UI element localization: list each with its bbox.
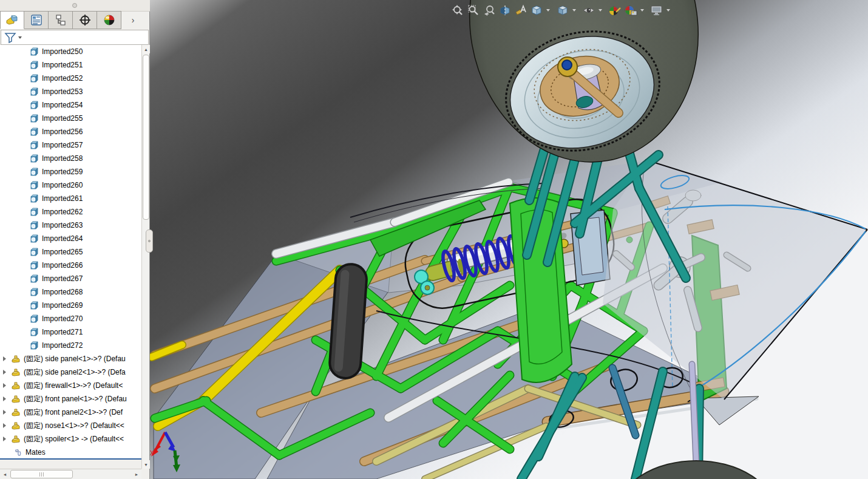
tree-row[interactable]: Imported269	[0, 299, 141, 312]
tree-row[interactable]: Imported251	[0, 58, 141, 72]
tree-vertical-scrollbar[interactable]: ▲ ▼	[141, 45, 149, 469]
expand-arrow-icon[interactable]	[3, 396, 6, 401]
scroll-left-button[interactable]: ◄	[1, 471, 9, 478]
expand-arrow-icon[interactable]	[3, 383, 6, 388]
tree-item-label: Imported254	[42, 101, 83, 109]
tree-row[interactable]: Imported263	[0, 219, 141, 232]
solidworks-window: X	[0, 0, 868, 479]
view-settings-icon[interactable]	[649, 2, 665, 18]
tree-row[interactable]: Imported260	[0, 178, 141, 192]
tree-row[interactable]: Imported252	[0, 72, 141, 85]
tree-row[interactable]: Imported268	[0, 285, 141, 299]
apply-scene-dropdown[interactable]	[639, 2, 644, 18]
tree-row[interactable]: (固定) front panel2<1>->? (Def	[0, 406, 141, 419]
tree-row[interactable]: Imported264	[0, 232, 141, 245]
tree-row[interactable]: Imported261	[0, 192, 141, 205]
tree-row[interactable]: Imported272	[0, 339, 141, 352]
tree-item-label: (固定) firewall<1>->? (Default<	[24, 381, 123, 391]
expand-arrow-icon[interactable]	[3, 410, 6, 415]
tree-horizontal-scrollbar[interactable]: ◄ ►	[0, 469, 141, 479]
part-icon	[11, 368, 21, 377]
tree-row[interactable]: Imported267	[0, 272, 141, 285]
view-orientation-icon[interactable]	[529, 2, 544, 18]
hide-show-items-dropdown[interactable]	[597, 2, 602, 18]
part-icon	[11, 355, 21, 364]
featuremanager-tab-bar: ›	[0, 11, 150, 30]
previous-view-icon[interactable]	[481, 2, 497, 18]
zoom-to-fit-icon[interactable]	[450, 2, 466, 18]
hide-show-items-icon[interactable]	[581, 2, 597, 18]
tree-row[interactable]: Imported255	[0, 112, 141, 125]
tree-row[interactable]: Imported271	[0, 325, 141, 339]
tree-row[interactable]: Imported254	[0, 98, 141, 112]
tree-row[interactable]: Imported270	[0, 312, 141, 325]
vertical-scroll-thumb[interactable]	[143, 55, 149, 220]
imported-body-icon	[29, 301, 39, 310]
view-orientation-dropdown[interactable]	[544, 2, 550, 18]
tree-row[interactable]: Imported266	[0, 259, 141, 272]
tree-item-label: Imported268	[42, 288, 83, 296]
scroll-down-button[interactable]: ▼	[142, 460, 150, 469]
imported-body-icon	[29, 181, 39, 190]
tree-row[interactable]: Imported258	[0, 152, 141, 165]
panel-top-strip	[0, 0, 150, 12]
section-view-icon[interactable]	[497, 2, 513, 18]
tree-row[interactable]: (固定) firewall<1>->? (Default<	[0, 379, 141, 392]
display-style-icon[interactable]	[555, 2, 571, 18]
tree-row[interactable]: Imported262	[0, 205, 141, 219]
part-icon	[11, 435, 21, 444]
tree-row[interactable]: Imported259	[0, 165, 141, 178]
scroll-right-button[interactable]: ►	[132, 471, 141, 478]
scroll-up-button[interactable]: ▲	[142, 45, 150, 53]
edit-appearance-icon[interactable]	[607, 2, 623, 18]
tree-row[interactable]: (固定) side panel2<1>->? (Defa	[0, 365, 141, 379]
tree-row[interactable]: (固定) front panel<1>->? (Defau	[0, 392, 141, 406]
tree-item-label: Imported270	[42, 314, 83, 323]
tree-row[interactable]: Imported257	[0, 138, 141, 152]
heads-up-view-toolbar	[450, 2, 670, 19]
tree-row[interactable]: (固定) nose1<1>->? (Default<<	[0, 419, 141, 432]
triad-x-label: X	[150, 450, 154, 457]
tree-separator	[0, 458, 141, 460]
imported-body-icon	[29, 87, 39, 97]
display-style-dropdown[interactable]	[571, 2, 576, 18]
filter-bar[interactable]	[1, 30, 149, 45]
tree-row[interactable]: (固定) spoiler<1> -> (Default<<	[0, 432, 141, 446]
panel-viewport-splitter[interactable]	[146, 229, 153, 253]
expand-arrow-icon[interactable]	[3, 370, 6, 375]
imported-body-icon	[29, 274, 39, 284]
apply-scene-icon[interactable]	[623, 2, 639, 18]
part-icon	[11, 381, 21, 390]
mates-row[interactable]: Mates	[0, 446, 141, 458]
tree-row[interactable]: Imported265	[0, 245, 141, 259]
tree-item-label: Imported252	[42, 74, 83, 83]
configurationmanager-tab[interactable]	[49, 11, 73, 29]
dimxpertmanager-tab[interactable]	[73, 11, 97, 29]
filter-funnel-icon	[4, 32, 16, 44]
panel-resize-handle[interactable]	[72, 3, 77, 8]
zoom-to-area-icon[interactable]	[466, 2, 481, 18]
graphics-viewport[interactable]: X	[150, 0, 868, 479]
tree-row[interactable]: (固定) side panel<1>->? (Defau	[0, 352, 141, 365]
tree-item-label: (固定) front panel2<1>->? (Def	[24, 407, 123, 418]
featuremanager-tab[interactable]	[0, 11, 24, 29]
expand-arrow-icon[interactable]	[3, 437, 6, 441]
tree-row[interactable]: Imported256	[0, 125, 141, 138]
imported-items-list: Imported250 Imported251 Imported252 Impo…	[0, 45, 141, 352]
tree-row[interactable]: Imported253	[0, 85, 141, 98]
tab-overflow-arrow[interactable]: ›	[125, 11, 141, 29]
tree-item-label: (固定) side panel2<1>->? (Defa	[24, 367, 126, 378]
expand-arrow-icon[interactable]	[3, 356, 6, 361]
displaymanager-tab[interactable]	[97, 11, 121, 29]
mates-label: Mates	[25, 448, 46, 457]
horizontal-scroll-thumb[interactable]	[10, 470, 73, 478]
imported-body-icon	[29, 328, 39, 337]
tree-item-label: Imported255	[42, 114, 83, 123]
view-settings-dropdown[interactable]	[665, 2, 670, 18]
tree-item-label: Imported272	[42, 341, 83, 350]
expand-arrow-icon[interactable]	[3, 423, 6, 428]
propertymanager-tab[interactable]	[24, 11, 49, 29]
imported-body-icon	[29, 194, 39, 203]
tree-row[interactable]: Imported250	[0, 45, 141, 58]
annotation-views-icon[interactable]	[513, 2, 529, 18]
